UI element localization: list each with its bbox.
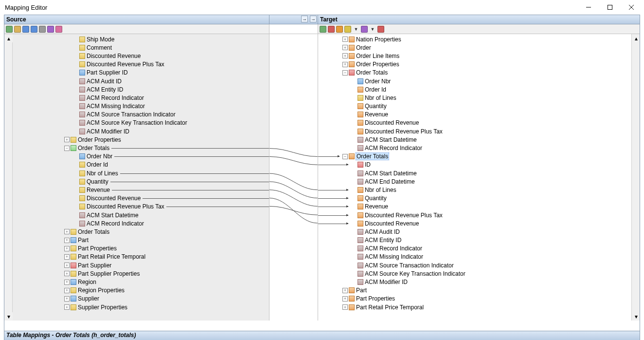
close-button[interactable]	[621, 0, 642, 14]
new-icon[interactable]	[320, 26, 326, 33]
copy-icon[interactable]	[39, 26, 46, 33]
tree-node[interactable]: +ACM Entity ID	[318, 236, 631, 245]
link-break-icon[interactable]	[377, 26, 384, 33]
tree-node[interactable]: +Nation Properties	[318, 35, 631, 43]
tree-node[interactable]: +ACM Missing Indicator	[13, 102, 269, 111]
tree-node[interactable]: +ACM Entity ID	[13, 85, 269, 94]
source-scrollbar[interactable]: ▴ ▾	[4, 34, 13, 321]
expand-icon[interactable]: +	[64, 254, 70, 260]
tree-node[interactable]: +Order Properties	[318, 60, 631, 69]
expand-icon[interactable]: +	[342, 296, 348, 302]
expand-icon[interactable]: +	[342, 304, 348, 310]
tree-node[interactable]: +ACM Audit ID	[13, 77, 269, 85]
tree-node[interactable]: +Discounted Revenue Plus Tax▸	[318, 211, 631, 219]
new-icon[interactable]	[6, 26, 13, 33]
expand-icon[interactable]: +	[64, 263, 70, 268]
expand-icon[interactable]: +	[64, 296, 70, 302]
tree-node[interactable]: +ACM Record Indicator	[318, 245, 631, 253]
expand-icon[interactable]: +	[342, 37, 348, 42]
tree-node[interactable]: +Discounted Revenue▸	[318, 219, 631, 227]
tree-node[interactable]: +Revenue	[13, 186, 269, 194]
target-tree[interactable]: +Nation Properties+Order+Order Line Item…	[318, 34, 631, 321]
tree-node[interactable]: +Order Line Items	[318, 52, 631, 60]
expand-icon[interactable]: +	[64, 271, 70, 276]
expand-icon[interactable]: +	[64, 229, 70, 234]
scroll-up-icon[interactable]: ▴	[4, 34, 13, 42]
tree-node[interactable]: +Supplier Properties	[13, 303, 269, 311]
tree-node[interactable]: +Quantity	[318, 102, 631, 111]
tree-node[interactable]: +Part Properties	[318, 295, 631, 303]
tree-node[interactable]: +Part	[13, 236, 269, 245]
save-icon[interactable]	[22, 26, 29, 33]
tree-node[interactable]: +ACM Modifier ID	[13, 127, 269, 135]
tree-node[interactable]: +Discounted Revenue	[318, 119, 631, 127]
tree-node[interactable]: +Part Retail Price Temporal	[318, 303, 631, 311]
save-all-icon[interactable]	[31, 26, 37, 33]
link-yellow-icon[interactable]	[344, 26, 351, 33]
tree-node[interactable]: +Part Supplier Properties	[13, 269, 269, 278]
collapse-icon[interactable]: −	[342, 70, 348, 76]
tree-node[interactable]: +Ship Mode	[13, 35, 269, 43]
tree-node[interactable]: +ACM Missing Indicator	[318, 253, 631, 261]
tree-node[interactable]: +Nbr of Lines	[13, 169, 269, 177]
target-scrollbar[interactable]: ▴ ▾	[631, 34, 640, 321]
tree-node[interactable]: +Discounted Revenue	[13, 194, 269, 203]
tree-node[interactable]: +ACM Audit ID	[318, 227, 631, 236]
wizard-icon[interactable]	[55, 26, 62, 33]
tree-node[interactable]: +ACM Source Key Transaction Indicator	[13, 119, 269, 127]
tree-node[interactable]: +Comment	[13, 43, 269, 52]
tree-node[interactable]: +ACM Record Indicator	[13, 94, 269, 102]
map-left-icon[interactable]: →	[301, 16, 308, 22]
tree-node[interactable]: +ACM Record Indicator	[318, 144, 631, 152]
tree-node[interactable]: +ACM Start Datetime	[13, 211, 269, 219]
tree-node[interactable]: +Quantity▸	[318, 194, 631, 203]
expand-icon[interactable]: +	[64, 238, 70, 243]
tree-node[interactable]: +Part Supplier	[13, 261, 269, 269]
expand-icon[interactable]: +	[64, 304, 70, 310]
scroll-down-icon[interactable]: ▾	[632, 312, 640, 321]
tree-node[interactable]: +ACM Source Transaction Indicator	[318, 261, 631, 269]
source-tree[interactable]: +Ship Mode+Comment+Discounted Revenue+Di…	[13, 34, 269, 321]
scroll-up-icon[interactable]: ▴	[632, 34, 640, 42]
dropdown-icon[interactable]: ▼	[353, 26, 359, 33]
tree-node[interactable]: +Region	[13, 278, 269, 286]
expand-icon[interactable]: +	[64, 280, 70, 285]
expand-icon[interactable]: +	[64, 246, 70, 251]
tree-node[interactable]: −Order Totals▸	[318, 152, 631, 161]
tree-node[interactable]: +Region Properties	[13, 286, 269, 295]
tree-node[interactable]: +Order	[318, 43, 631, 52]
tree-node[interactable]: +Supplier	[13, 295, 269, 303]
tree-node[interactable]: +Discounted Revenue Plus Tax	[318, 127, 631, 135]
tree-node[interactable]: +Order Id	[318, 85, 631, 94]
tree-node[interactable]: +ID▸	[318, 161, 631, 169]
tree-node[interactable]: +Discounted Revenue	[13, 52, 269, 60]
scroll-down-icon[interactable]: ▾	[4, 312, 13, 321]
expand-icon[interactable]: +	[342, 45, 348, 50]
maximize-button[interactable]	[599, 0, 621, 14]
tree-node[interactable]: +Nbr of Lines▸	[318, 186, 631, 194]
tree-node[interactable]: +Nbr of Lines	[318, 94, 631, 102]
tree-node[interactable]: +Order Id	[13, 161, 269, 169]
expand-icon[interactable]: +	[342, 288, 348, 293]
tree-node[interactable]: +Quantity	[13, 177, 269, 186]
tree-node[interactable]: −Order Totals	[318, 69, 631, 77]
tree-node[interactable]: +ACM End Datetime	[318, 177, 631, 186]
collapse-icon[interactable]: −	[342, 154, 348, 159]
tree-node[interactable]: +Order Totals	[13, 227, 269, 236]
expand-icon[interactable]: +	[64, 288, 70, 293]
collapse-icon[interactable]: −	[64, 146, 70, 151]
link-purple-icon[interactable]	[361, 26, 368, 33]
minimize-button[interactable]	[578, 0, 599, 14]
tree-node[interactable]: +ACM Start Datetime	[318, 169, 631, 177]
map-right-icon[interactable]: →	[310, 16, 317, 22]
tree-node[interactable]: +Order Properties	[13, 135, 269, 144]
tree-node[interactable]: +ACM Source Transaction Indicator	[13, 111, 269, 119]
link-red-icon[interactable]	[328, 26, 335, 33]
expand-icon[interactable]: +	[342, 62, 348, 67]
dropdown2-icon[interactable]: ▼	[369, 26, 376, 33]
expand-icon[interactable]: +	[64, 137, 70, 142]
tree-node[interactable]: +Order Nbr	[318, 77, 631, 85]
expand-icon[interactable]: +	[342, 53, 348, 58]
tree-node[interactable]: +Part Retail Price Temporal	[13, 253, 269, 261]
tree-node[interactable]: +Discounted Revenue Plus Tax	[13, 60, 269, 69]
